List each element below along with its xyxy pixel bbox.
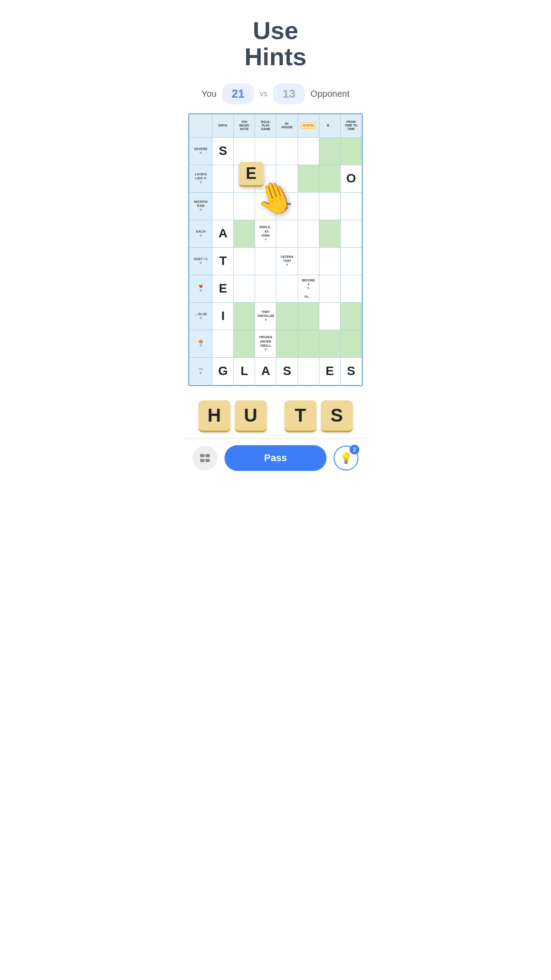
- cell-green: [276, 302, 298, 330]
- cell-empty: [340, 275, 362, 302]
- cell-hint-beforej: BEFOREJ▼PL__: [298, 275, 319, 302]
- lightbulb-icon: 💡: [339, 452, 353, 464]
- row-header-heart: ❤️▼: [189, 275, 213, 302]
- cell-t-duet: T: [213, 247, 234, 275]
- cell-empty: [276, 275, 298, 302]
- cell-empty: [276, 220, 298, 247]
- cell-green: [319, 137, 340, 165]
- row-header-each: EACH▼: [189, 220, 213, 247]
- cell-empty: [255, 137, 276, 165]
- crossword-table: SMTH. 5THMUSICNOTE ROLE-PLAYGAME IN-HOUS…: [189, 114, 362, 385]
- your-score: 21: [222, 83, 254, 104]
- cell-s2: S: [340, 357, 362, 385]
- cell-empty: [298, 137, 319, 165]
- cell-e-heart: E: [213, 275, 234, 302]
- cell-green: [298, 165, 319, 192]
- cell-empty: [255, 247, 276, 275]
- cell-empty: [319, 275, 340, 302]
- cell-empty: [340, 220, 362, 247]
- cell-empty: [319, 302, 340, 330]
- cell-empty: [319, 247, 340, 275]
- cell-s-severe: S: [213, 137, 234, 165]
- cell-empty: [340, 247, 362, 275]
- cell-green: [276, 330, 298, 357]
- cell-empty: [298, 357, 319, 385]
- score-row: You 21 vs 13 Opponent: [184, 83, 367, 104]
- page-title: Use Hints: [193, 18, 358, 70]
- row-header-duet: DUET +1▼: [189, 247, 213, 275]
- table-row: SEVERE▼ S: [189, 137, 362, 165]
- table-row: ❤️▼ E BEFOREJ▼PL__: [189, 275, 362, 302]
- cell-o: O: [340, 165, 362, 192]
- col-header-fromtime: FROMTIME TOTIME: [340, 114, 362, 137]
- cell-green: [340, 137, 362, 165]
- cell-i-else: I: [213, 302, 234, 330]
- cell-empty: [234, 247, 255, 275]
- rack-tile-s[interactable]: S: [321, 400, 353, 432]
- cell-empty: [298, 192, 319, 220]
- cell-green: [319, 165, 340, 192]
- cell-green: [319, 220, 340, 247]
- table-row: 👓▼ G L A S E S: [189, 357, 362, 385]
- cell-hint-they: THEYTANTALUM▼: [255, 302, 276, 330]
- cell-empty: [234, 275, 255, 302]
- opponent-score: 13: [273, 83, 305, 104]
- cell-empty: [213, 165, 234, 192]
- cell-empty: [255, 275, 276, 302]
- col-header-oops: OOPS!: [298, 114, 319, 137]
- rack-tile-h[interactable]: H: [198, 400, 230, 432]
- cell-empty: [319, 192, 340, 220]
- shuffle-button[interactable]: [193, 446, 217, 470]
- svg-rect-2: [200, 459, 205, 462]
- rack-tile-u[interactable]: U: [235, 400, 267, 432]
- col-header-rpg: ROLE-PLAYGAME: [255, 114, 276, 137]
- row-header-lookso: LOOKSLIKE O▼: [189, 165, 213, 192]
- cell-green: [340, 302, 362, 330]
- cell-hint-cetera: CETERATHAT▼: [276, 247, 298, 275]
- hint-button[interactable]: 💡 2: [334, 446, 358, 470]
- cell-hint-frozen: FROZENWATERSMALL▼: [255, 330, 276, 357]
- cell-empty: [340, 192, 362, 220]
- cell-empty: [234, 137, 255, 165]
- cell-green: [340, 330, 362, 357]
- cell-green: [234, 330, 255, 357]
- table-row: DUET +1▼ T CETERATHAT▼: [189, 247, 362, 275]
- col-header-0: [189, 114, 213, 137]
- row-header-severe: SEVERE▼: [189, 137, 213, 165]
- cell-empty: [234, 192, 255, 220]
- hint-badge-count: 2: [350, 445, 359, 454]
- opponent-label: Opponent: [311, 89, 350, 99]
- cell-s1: S: [276, 357, 298, 385]
- row-header-microgram: MICROGRAM▼: [189, 192, 213, 220]
- cell-empty: [213, 192, 234, 220]
- pass-button[interactable]: Pass: [224, 445, 327, 471]
- svg-rect-1: [205, 459, 210, 462]
- cell-green: [319, 330, 340, 357]
- letter-rack: H U T S: [184, 393, 367, 437]
- table-row: ... ELSE▼ I THEYTANTALUM▼: [189, 302, 362, 330]
- cell-empty: [298, 247, 319, 275]
- vs-label: vs: [260, 89, 268, 99]
- row-header-glasses: 👓▼: [189, 357, 213, 385]
- table-row: EACH▼ A ENDLE__SSIOWA▼: [189, 220, 362, 247]
- floating-tile-e: E: [239, 162, 264, 187]
- cell-hint-endless: ENDLE__SSIOWA▼: [255, 220, 276, 247]
- cell-green: [234, 302, 255, 330]
- cell-green: [234, 220, 255, 247]
- cell-green: [298, 330, 319, 357]
- cell-g: G: [213, 357, 234, 385]
- game-grid: SMTH. 5THMUSICNOTE ROLE-PLAYGAME IN-HOUS…: [188, 113, 363, 386]
- header: Use Hints: [184, 0, 367, 79]
- cell-empty: [298, 220, 319, 247]
- row-header-cookie: 🍪▼: [189, 330, 213, 357]
- col-header-b: B__: [319, 114, 340, 137]
- col-header-smth: SMTH.: [213, 114, 234, 137]
- rack-tile-t[interactable]: T: [284, 400, 316, 432]
- svg-rect-3: [205, 454, 210, 457]
- cell-a: A: [255, 357, 276, 385]
- cell-a-each: A: [213, 220, 234, 247]
- col-header-inhouse: IN-HOUSE: [276, 114, 298, 137]
- svg-rect-0: [200, 454, 205, 457]
- col-header-music: 5THMUSICNOTE: [234, 114, 255, 137]
- cell-empty: [276, 137, 298, 165]
